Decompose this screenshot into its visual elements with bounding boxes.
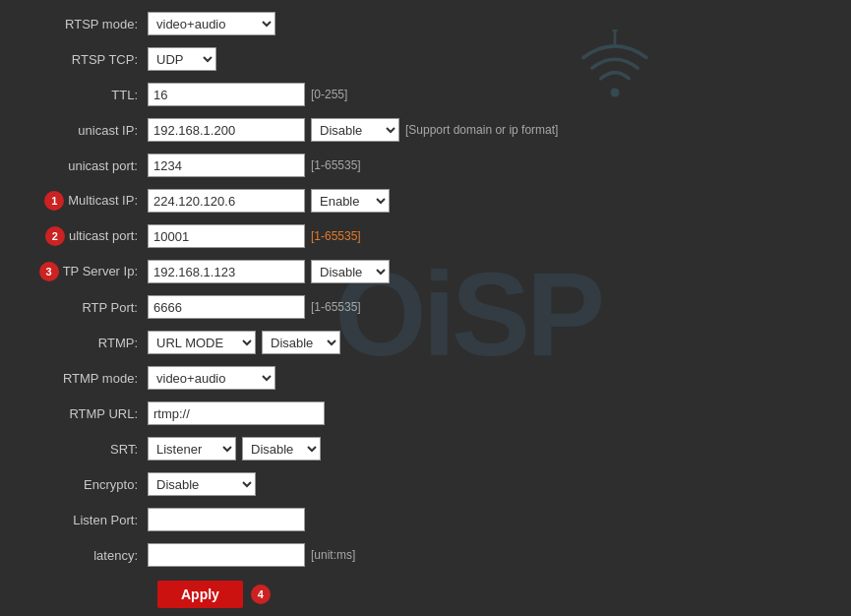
controls-unicast-ip: Disable Enable [Support domain or ip for…	[148, 118, 558, 142]
row-latency: latency: [unit:ms]	[20, 541, 831, 569]
label-encrypto: Encrypto:	[20, 477, 148, 492]
input-listen-port[interactable]	[148, 508, 305, 531]
row-srt: SRT: Listener Caller Disable Enable	[20, 435, 831, 462]
label-rtmp-url: RTMP URL:	[20, 406, 148, 421]
label-multicast-port: 2ulticast port:	[20, 226, 148, 246]
select-encrypto[interactable]: Disable AES-128 AES-256	[148, 472, 256, 496]
controls-rtsp-mode: video+audio video only audio only	[148, 12, 275, 35]
select-rtp-server-ip[interactable]: Disable Enable	[311, 260, 390, 283]
label-ttl: TTL:	[20, 88, 148, 102]
controls-rtmp-mode: video+audio video only audio only	[148, 366, 275, 390]
select-srt-mode[interactable]: Listener Caller	[148, 437, 236, 461]
input-rtmp-url[interactable]	[148, 401, 325, 425]
label-multicast-ip: 1Multicast IP:	[20, 191, 148, 211]
input-latency[interactable]	[148, 543, 305, 567]
controls-encrypto: Disable AES-128 AES-256	[148, 472, 256, 496]
controls-multicast-ip: Enable Disable	[148, 189, 390, 213]
controls-ttl: [0-255]	[148, 83, 347, 106]
controls-rtmp: URL MODE STREAM MODE Disable Enable	[148, 331, 340, 354]
hint-multicast-port: [1-65535]	[311, 229, 361, 243]
input-rtp-port[interactable]	[148, 295, 305, 319]
hint-ttl: [0-255]	[311, 88, 347, 101]
row-rtsp-tcp: RTSP TCP: UDP TCP	[20, 45, 831, 73]
row-rtmp-url: RTMP URL:	[20, 400, 831, 427]
controls-rtmp-url	[148, 401, 325, 425]
label-rtmp: RTMP:	[20, 336, 148, 350]
apply-button[interactable]: Apply	[157, 581, 243, 608]
label-rtmp-mode: RTMP mode:	[20, 371, 148, 386]
input-multicast-port[interactable]	[148, 224, 305, 248]
row-multicast-ip: 1Multicast IP: Enable Disable	[20, 187, 831, 215]
input-multicast-ip[interactable]	[148, 189, 305, 213]
hint-unicast-port: [1-65535]	[311, 158, 361, 172]
controls-rtp-server-ip: Disable Enable	[148, 260, 390, 283]
row-listen-port: Listen Port:	[20, 506, 831, 533]
row-rtmp-mode: RTMP mode: video+audio video only audio …	[20, 364, 831, 392]
badge-1: 1	[44, 191, 64, 211]
controls-srt: Listener Caller Disable Enable	[148, 437, 321, 461]
select-multicast-ip[interactable]: Enable Disable	[311, 189, 390, 213]
label-rtp-server-ip: 3TP Server Ip:	[20, 262, 148, 281]
select-rtmp-stream-mode[interactable]: video+audio video only audio only	[148, 366, 275, 390]
row-ttl: TTL: [0-255]	[20, 81, 831, 108]
row-unicast-port: unicast port: [1-65535]	[20, 152, 831, 179]
input-rtp-server-ip[interactable]	[148, 260, 305, 283]
badge-3: 3	[39, 262, 59, 281]
hint-latency: [unit:ms]	[311, 548, 355, 562]
hint-unicast-ip: [Support domain or ip format]	[405, 123, 558, 137]
controls-latency: [unit:ms]	[148, 543, 355, 567]
label-rtsp-mode: RTSP mode:	[20, 17, 148, 31]
row-rtp-server-ip: 3TP Server Ip: Disable Enable	[20, 258, 831, 285]
input-unicast-ip[interactable]	[148, 118, 305, 142]
input-unicast-port[interactable]	[148, 154, 305, 177]
row-encrypto: Encrypto: Disable AES-128 AES-256	[20, 470, 831, 498]
label-unicast-port: unicast port:	[20, 158, 148, 173]
row-unicast-ip: unicast IP: Disable Enable [Support doma…	[20, 116, 831, 144]
label-latency: latency:	[20, 548, 148, 563]
select-srt-enable[interactable]: Disable Enable	[242, 437, 321, 461]
label-listen-port: Listen Port:	[20, 513, 148, 527]
controls-multicast-port: [1-65535]	[148, 224, 361, 248]
label-unicast-ip: unicast IP:	[20, 123, 148, 138]
row-rtsp-mode: RTSP mode: video+audio video only audio …	[20, 10, 831, 37]
form-container: RTSP mode: video+audio video only audio …	[0, 0, 851, 616]
select-rtsp-tcp[interactable]: UDP TCP	[148, 47, 216, 71]
row-rtmp: RTMP: URL MODE STREAM MODE Disable Enabl…	[20, 329, 831, 356]
label-srt: SRT:	[20, 442, 148, 457]
controls-rtp-port: [1-65535]	[148, 295, 361, 319]
row-multicast-port: 2ulticast port: [1-65535]	[20, 222, 831, 250]
hint-rtp-port: [1-65535]	[311, 300, 361, 314]
select-rtmp-enable[interactable]: Disable Enable	[262, 331, 340, 354]
row-rtp-port: RTP Port: [1-65535]	[20, 293, 831, 321]
controls-rtsp-tcp: UDP TCP	[148, 47, 216, 71]
apply-row: Apply 4	[20, 581, 831, 608]
select-rtsp-mode[interactable]: video+audio video only audio only	[148, 12, 275, 35]
select-rtmp-mode[interactable]: URL MODE STREAM MODE	[148, 331, 256, 354]
label-rtp-port: RTP Port:	[20, 300, 148, 315]
badge-2: 2	[45, 226, 65, 246]
input-ttl[interactable]	[148, 83, 305, 106]
select-unicast-ip[interactable]: Disable Enable	[311, 118, 399, 142]
controls-unicast-port: [1-65535]	[148, 154, 361, 177]
badge-4: 4	[251, 585, 271, 604]
label-rtsp-tcp: RTSP TCP:	[20, 52, 148, 67]
controls-listen-port	[148, 508, 305, 531]
